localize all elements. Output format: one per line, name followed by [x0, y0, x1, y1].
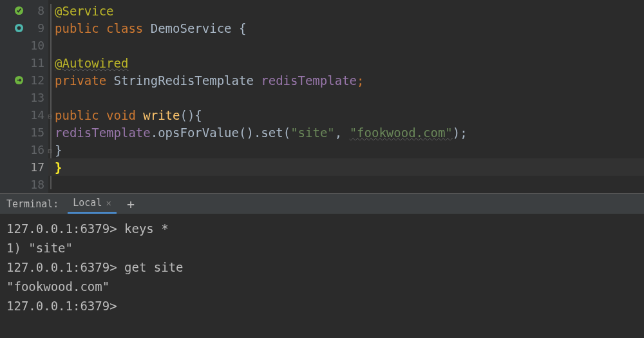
code-editor[interactable]: 8 9 10 11 12 13 14 15 16 17 18 @Service … [0, 0, 644, 193]
terminal-tab-bar: Terminal: Local ✕ + [0, 193, 644, 214]
terminal-tab-local[interactable]: Local ✕ [68, 194, 117, 214]
spring-component-icon [14, 23, 24, 33]
line-number: 15 [28, 126, 44, 139]
autowired-icon [14, 75, 24, 85]
line-number: 14 [28, 108, 44, 122]
terminal-tab-label: Local [73, 197, 102, 209]
line-number: 10 [28, 39, 44, 52]
fold-open-icon[interactable]: ⊟ [48, 112, 54, 118]
spring-bean-icon [14, 6, 24, 15]
line-number: 12 [28, 73, 44, 87]
terminal-line: 1) "site" [6, 238, 638, 258]
line-number: 18 [28, 178, 44, 191]
line-number: 11 [28, 56, 44, 70]
fold-close-icon[interactable]: ⊟ [48, 147, 54, 153]
line-number: 9 [28, 21, 44, 35]
terminal-line: "fookwood.com" [6, 277, 638, 296]
terminal-line: 127.0.0.1:6379> get site [6, 258, 638, 277]
line-number: 16 [28, 143, 44, 156]
line-number: 17 [28, 160, 44, 174]
line-number: 13 [28, 91, 44, 104]
code-area[interactable]: @Service public class DemoService { @Aut… [48, 0, 644, 193]
annotation: @Autowired [55, 56, 128, 70]
add-terminal-button[interactable]: + [122, 194, 140, 214]
close-icon[interactable]: ✕ [106, 198, 111, 208]
terminal-output[interactable]: 127.0.0.1:6379> keys * 1) "site" 127.0.0… [0, 214, 644, 338]
terminal-label: Terminal: [6, 194, 62, 214]
terminal-line: 127.0.0.1:6379> [6, 296, 638, 315]
line-number: 8 [28, 4, 44, 17]
gutter: 8 9 10 11 12 13 14 15 16 17 18 [0, 0, 48, 193]
annotation: @Service [55, 4, 114, 18]
terminal-line: 127.0.0.1:6379> keys * [6, 219, 638, 238]
svg-point-2 [17, 26, 21, 30]
